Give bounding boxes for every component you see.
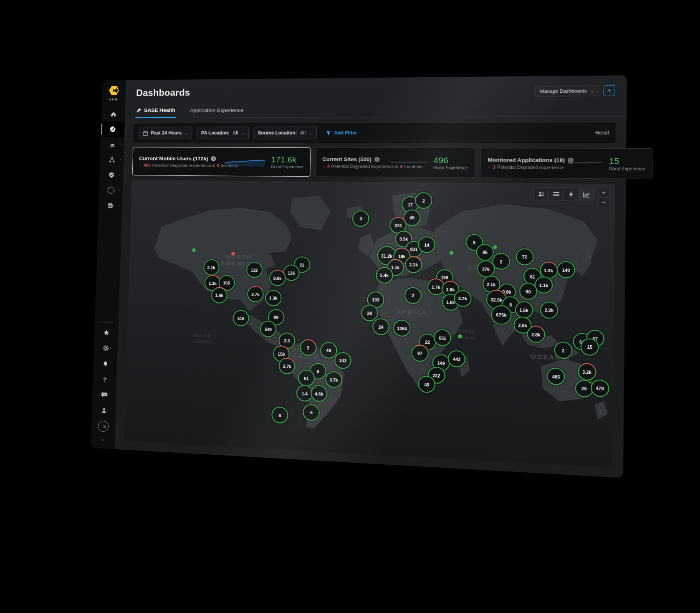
sidebar-item-feedback[interactable] bbox=[92, 386, 116, 403]
sidebar-item-help[interactable]: ? bbox=[93, 371, 117, 388]
kpi-value-block: 496 Good Experience bbox=[433, 156, 468, 170]
sidebar-item-notifications[interactable] bbox=[94, 355, 118, 372]
map-site-dot[interactable] bbox=[458, 334, 462, 338]
kpi-alert-line: ⌄ 4 Potential Degraded Experience & 4 In… bbox=[322, 164, 384, 169]
chevron-down-icon: ⌄ bbox=[185, 131, 188, 135]
kpi-row: Current Mobile Users (172k) i ⌄ 400 Pote… bbox=[132, 147, 616, 179]
scm-logo[interactable]: SCM bbox=[108, 85, 120, 101]
tab-application-experience[interactable]: Application Experience bbox=[189, 104, 245, 118]
world-map[interactable]: NORTH AMERICASOUTH AMERICAAFRICAASIAOCEA… bbox=[124, 180, 615, 468]
bolt-layer-button[interactable] bbox=[564, 188, 579, 200]
sidebar-item-home[interactable] bbox=[101, 106, 125, 122]
sidebar-item-security[interactable]: › bbox=[99, 167, 123, 182]
pa-location-select[interactable]: PA Location: All ⌄ bbox=[197, 127, 249, 139]
avatar-initials: TS bbox=[101, 424, 106, 428]
chevron-down-icon: ⌄ bbox=[488, 165, 491, 169]
sidebar-item-dashboards[interactable] bbox=[101, 122, 125, 137]
gear-icon bbox=[102, 344, 109, 352]
bolt-icon bbox=[569, 191, 574, 197]
filter-bar: Past 24 Hours ⌄ PA Location: All ⌄ Sourc… bbox=[133, 122, 616, 143]
reset-filters-button[interactable]: Reset bbox=[595, 130, 609, 136]
time-range-select[interactable]: Past 24 Hours ⌄ bbox=[139, 127, 192, 139]
sparkline bbox=[390, 157, 428, 168]
map-bubble[interactable]: 2.7k bbox=[247, 286, 264, 302]
map-bubble[interactable]: 2 bbox=[554, 341, 572, 359]
dashboard-icon bbox=[109, 126, 116, 132]
sparkline bbox=[567, 158, 603, 169]
map-bubble[interactable]: 2.1k bbox=[405, 256, 422, 273]
users-layer-button[interactable] bbox=[534, 188, 549, 200]
chat-icon bbox=[101, 391, 108, 399]
degraded-text: Potential Degraded Experience & bbox=[152, 163, 215, 168]
map-bubble[interactable]: 2.7k bbox=[279, 357, 296, 375]
kpi-value-caption: Good Experience bbox=[271, 164, 303, 169]
tab-bar: SASE Health Application Experience bbox=[125, 102, 627, 118]
zoom-out-button[interactable]: − bbox=[598, 198, 609, 207]
chart-layer-button[interactable] bbox=[579, 188, 594, 201]
scm-logo-icon bbox=[108, 85, 120, 96]
sidebar-item-alerts[interactable]: › bbox=[101, 137, 124, 152]
degraded-count: 4 bbox=[327, 164, 330, 168]
source-location-value: All bbox=[300, 130, 306, 136]
avatar[interactable]: TS bbox=[98, 420, 109, 432]
list-view-button[interactable] bbox=[549, 188, 564, 200]
kpi-title: Current Sites (500) bbox=[322, 156, 371, 162]
kpi-alert-line: ⌄ 400 Potential Degraded Experience & 3 … bbox=[139, 162, 219, 167]
user-icon bbox=[101, 407, 107, 414]
map-site-dot[interactable] bbox=[450, 251, 453, 255]
map-bubble[interactable]: 5 bbox=[300, 339, 317, 356]
sidebar-item-favorites[interactable] bbox=[94, 324, 119, 341]
pa-location-label: PA Location: bbox=[201, 130, 230, 136]
map-bubble[interactable]: 1.6k bbox=[211, 287, 227, 304]
chevron-right-icon: › bbox=[119, 188, 120, 192]
sidebar-divider bbox=[99, 322, 114, 323]
map-bubble[interactable]: 2.8k bbox=[527, 326, 545, 343]
map-bubble[interactable]: 8.6k bbox=[269, 270, 286, 286]
scm-logo-text: SCM bbox=[109, 98, 119, 101]
sidebar-item-user[interactable] bbox=[92, 402, 116, 419]
bell-icon bbox=[102, 360, 109, 367]
add-filter-label: Add Filter bbox=[334, 130, 357, 136]
manage-dashboards-button[interactable]: Manage Dashboards ⌄ bbox=[535, 86, 599, 97]
sidebar-expand-button[interactable]: › bbox=[91, 434, 115, 445]
kpi-value-block: 15 Good Experience bbox=[609, 156, 646, 171]
map-site-dot[interactable] bbox=[493, 245, 497, 249]
chevron-down-icon: ⌄ bbox=[309, 131, 312, 135]
kpi-card-applications[interactable]: Monitored Applications (18) i ⌄ 3 Potent… bbox=[480, 148, 653, 179]
add-dashboard-button[interactable]: + bbox=[604, 85, 615, 96]
kpi-card-text: Monitored Applications (18) i ⌄ 3 Potent… bbox=[488, 157, 561, 170]
page-header: Dashboards Manage Dashboards ⌄ + bbox=[125, 75, 627, 99]
sidebar-item-insights[interactable]: › bbox=[99, 182, 123, 198]
pin-icon bbox=[136, 108, 142, 113]
info-icon[interactable]: i bbox=[374, 157, 380, 162]
map-bubble[interactable]: 97 bbox=[411, 344, 429, 362]
kpi-card-text: Current Mobile Users (172k) i ⌄ 400 Pote… bbox=[139, 155, 219, 168]
sidebar-item-network[interactable]: › bbox=[100, 152, 124, 167]
help-icon: ? bbox=[103, 376, 107, 382]
kpi-card-text: Current Sites (500) i ⌄ 4 Potential Degr… bbox=[322, 156, 384, 169]
info-icon[interactable]: i bbox=[211, 156, 216, 161]
map-controls: + − bbox=[533, 187, 610, 207]
sidebar-item-settings[interactable] bbox=[94, 340, 118, 356]
map-bubble[interactable]: 3.2k bbox=[578, 363, 596, 381]
source-location-select[interactable]: Source Location: All ⌄ bbox=[253, 127, 317, 139]
main-panel: Dashboards Manage Dashboards ⌄ + SASE He… bbox=[114, 75, 627, 478]
shield-check-icon bbox=[108, 172, 115, 178]
home-icon bbox=[110, 111, 116, 117]
add-filter-button[interactable]: Add Filter bbox=[326, 130, 357, 136]
map-bubble[interactable]: 15 bbox=[581, 338, 599, 356]
kpi-title: Monitored Applications (18) bbox=[488, 157, 565, 163]
zoom-in-button[interactable]: + bbox=[599, 188, 609, 198]
sidebar-item-reports[interactable]: › bbox=[99, 198, 122, 213]
map-bubble[interactable]: 2.2k bbox=[540, 301, 558, 319]
expand-chevron-icon: › bbox=[102, 436, 104, 442]
world-map-continents bbox=[124, 180, 615, 468]
map-bubble[interactable]: 140 bbox=[557, 261, 575, 279]
kpi-card-mobile-users[interactable]: Current Mobile Users (172k) i ⌄ 400 Pote… bbox=[132, 147, 311, 177]
tab-sase-health[interactable]: SASE Health bbox=[135, 104, 176, 118]
incident-count: 3 bbox=[217, 163, 219, 167]
report-icon bbox=[107, 202, 114, 209]
map-view-buttons bbox=[533, 187, 594, 201]
kpi-card-sites[interactable]: Current Sites (500) i ⌄ 4 Potential Degr… bbox=[315, 147, 475, 178]
tab-label: SASE Health bbox=[144, 107, 175, 113]
